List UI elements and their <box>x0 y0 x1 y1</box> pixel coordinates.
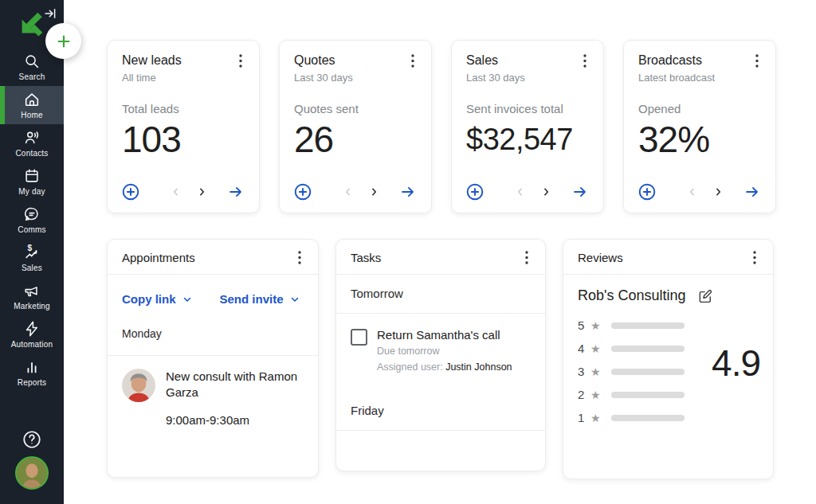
sidebar-item-contacts[interactable]: Contacts <box>0 124 64 162</box>
card-title: Appointments <box>122 251 195 264</box>
appointments-card: Appointments Copy link Send invite <box>107 239 319 478</box>
copy-link-button[interactable]: Copy link <box>122 292 193 306</box>
copy-link-label: Copy link <box>122 292 176 306</box>
metric-label: Quotes sent <box>294 102 418 115</box>
star-icon: ★ <box>590 389 601 400</box>
star-icon: ★ <box>590 366 601 377</box>
dashboard: Search Home <box>0 0 816 504</box>
metric-value: 32% <box>638 118 763 161</box>
card-period: All time <box>122 72 246 84</box>
help-icon[interactable] <box>22 429 42 450</box>
go-to-report-arrow-icon[interactable] <box>398 183 418 201</box>
kebab-menu-icon[interactable] <box>294 250 305 264</box>
star-icon: ★ <box>590 412 601 424</box>
previous-chevron-icon[interactable] <box>685 185 700 199</box>
sidebar-nav: Search Home <box>0 48 64 392</box>
assigned-user-label: Assigned user: <box>377 361 443 373</box>
task-checkbox[interactable] <box>351 329 367 346</box>
add-new-button[interactable] <box>45 23 81 59</box>
metric-value: 26 <box>294 118 418 161</box>
speech-bubble-icon <box>23 205 41 223</box>
rating-row: 5 ★ <box>578 319 759 331</box>
rating-bar <box>611 392 685 398</box>
star-count: 1 <box>578 411 586 424</box>
sidebar-item-label: Comms <box>18 225 45 234</box>
keap-logo[interactable] <box>18 10 45 37</box>
card-title: Quotes <box>294 53 335 68</box>
metric-value: $32,547 <box>466 123 590 157</box>
rating-bar <box>611 346 685 352</box>
kebab-menu-icon[interactable] <box>579 53 590 68</box>
metric-value: 103 <box>122 118 246 161</box>
card-title: Sales <box>466 53 498 68</box>
day-heading: Monday <box>122 327 162 340</box>
appointment-time: 9:00am-9:30am <box>166 413 304 427</box>
star-count: 3 <box>578 365 586 378</box>
add-icon[interactable] <box>292 182 313 202</box>
svg-text:$: $ <box>28 244 33 252</box>
go-to-report-arrow-icon[interactable] <box>226 183 246 201</box>
sidebar-item-label: Sales <box>22 264 42 272</box>
main-content: New leads All time Total leads 103 <box>64 0 816 504</box>
sidebar-item-label: Contacts <box>15 149 48 158</box>
business-name: Rob's Consulting <box>578 287 686 304</box>
send-invite-label: Send invite <box>220 292 284 306</box>
next-chevron-icon[interactable] <box>367 185 381 199</box>
kebab-menu-icon[interactable] <box>235 53 246 68</box>
rating-row: 2 ★ <box>578 389 759 400</box>
sidebar-item-marketing[interactable]: Marketing <box>0 277 64 315</box>
task-due-date: Due tomorrow <box>377 346 512 357</box>
rating-bar <box>611 369 685 375</box>
calendar-icon <box>23 167 41 185</box>
kebab-menu-icon[interactable] <box>407 53 418 68</box>
day-heading: Friday <box>351 404 384 417</box>
user-avatar[interactable] <box>15 456 49 490</box>
sidebar-item-comms[interactable]: Comms <box>0 201 64 239</box>
card-title: New leads <box>122 53 182 68</box>
star-count: 2 <box>578 388 586 401</box>
chevron-down-icon <box>182 294 193 305</box>
tasks-card: Tasks Tomorrow Return Samantha's call Du… <box>335 239 546 471</box>
kebab-menu-icon[interactable] <box>751 53 763 68</box>
sales-card: Sales Last 30 days Sent invoices total $… <box>451 40 604 213</box>
quotes-card: Quotes Last 30 days Quotes sent 26 <box>279 40 432 213</box>
day-heading: Tomorrow <box>351 287 403 300</box>
sidebar-item-home[interactable]: Home <box>0 86 64 124</box>
stat-card-row: New leads All time Total leads 103 <box>107 40 816 213</box>
add-icon[interactable] <box>465 182 485 202</box>
sidebar-item-sales[interactable]: $ Sales <box>0 239 64 277</box>
edit-icon[interactable] <box>697 288 713 304</box>
kebab-menu-icon[interactable] <box>749 250 760 264</box>
metric-label: Opened <box>638 102 763 115</box>
search-icon <box>23 53 41 70</box>
contact-avatar <box>122 369 155 402</box>
send-invite-button[interactable]: Send invite <box>220 292 300 306</box>
rating-bar <box>611 322 685 329</box>
average-rating-score: 4.9 <box>712 342 760 385</box>
previous-chevron-icon[interactable] <box>513 185 528 199</box>
next-chevron-icon[interactable] <box>194 185 209 199</box>
sidebar-item-label: Search <box>19 72 45 81</box>
next-chevron-icon[interactable] <box>711 185 725 199</box>
sidebar-item-label: Reports <box>18 378 46 387</box>
home-icon <box>23 91 41 108</box>
sidebar-item-label: Automation <box>11 340 53 349</box>
sidebar-item-my-day[interactable]: My day <box>0 162 64 201</box>
previous-chevron-icon[interactable] <box>341 185 355 199</box>
rating-row: 1 ★ <box>578 412 759 424</box>
go-to-report-arrow-icon[interactable] <box>742 183 763 201</box>
detail-card-row: Appointments Copy link Send invite <box>107 239 816 479</box>
appointment-list-item[interactable]: New consult with Ramon Garza 9:00am-9:30… <box>108 356 318 440</box>
go-to-report-arrow-icon[interactable] <box>570 183 590 201</box>
kebab-menu-icon[interactable] <box>521 250 532 264</box>
new-leads-card: New leads All time Total leads 103 <box>107 40 260 213</box>
star-count: 4 <box>578 342 586 355</box>
add-icon[interactable] <box>637 182 657 202</box>
add-icon[interactable] <box>120 182 141 202</box>
next-chevron-icon[interactable] <box>539 185 553 199</box>
sidebar-item-label: Home <box>21 111 42 119</box>
sidebar-item-reports[interactable]: Reports <box>0 354 64 392</box>
sidebar-item-automation[interactable]: Automation <box>0 315 64 354</box>
star-icon: ★ <box>590 343 601 354</box>
previous-chevron-icon[interactable] <box>169 185 183 199</box>
